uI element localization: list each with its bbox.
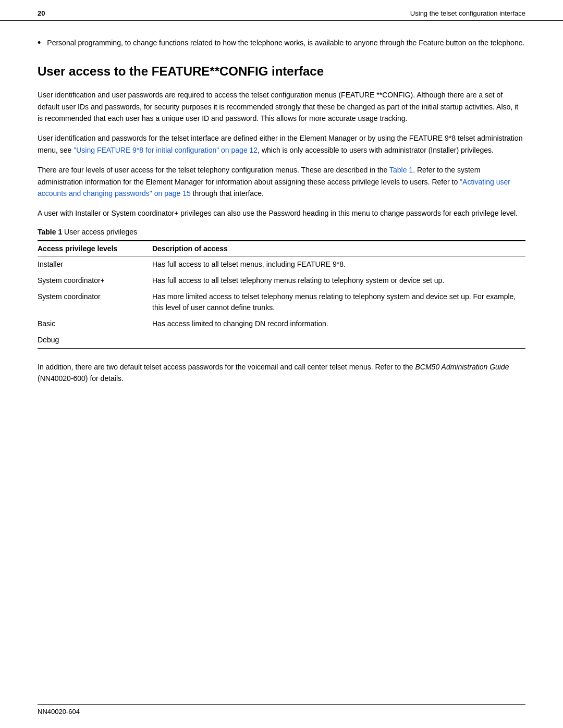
bullet-dot: • (38, 36, 41, 50)
level-syscoord: System coordinator (38, 289, 152, 316)
bullet-text: Personal programming, to change function… (47, 38, 524, 49)
desc-basic: Has access limited to changing DN record… (152, 316, 525, 332)
page-header: 20 Using the telset configuration interf… (0, 0, 563, 21)
table-row: Installer Has full access to all telset … (38, 256, 525, 273)
table-label-text: User access privileges (62, 228, 137, 236)
page-footer: NN40020-604 (38, 704, 525, 715)
paragraph-1: User identification and user passwords a… (38, 89, 525, 124)
paragraph-3: There are four levels of user access for… (38, 164, 525, 199)
level-basic: Basic (38, 316, 152, 332)
level-syscoord-plus: System coordinator+ (38, 273, 152, 289)
list-item: • Personal programming, to change functi… (38, 38, 525, 50)
desc-debug (152, 332, 525, 349)
col-header-access: Access privilege levels (38, 241, 152, 256)
access-table: Access privilege levels Description of a… (38, 240, 525, 349)
link-activating-user[interactable]: "Activating user accounts and changing p… (38, 178, 510, 198)
content-area: • Personal programming, to change functi… (0, 21, 563, 424)
table-label-bold: Table 1 (38, 228, 62, 236)
table-row: Debug (38, 332, 525, 349)
col-header-description: Description of access (152, 241, 525, 256)
link-feature-9x8[interactable]: "Using FEATURE 9*8 for initial configura… (74, 146, 258, 154)
bullet-section: • Personal programming, to change functi… (38, 38, 525, 50)
footer-doc-number: NN40020-604 (38, 708, 80, 715)
desc-installer: Has full access to all telset menus, inc… (152, 256, 525, 273)
section-heading: User access to the FEATURE**CONFIG inter… (38, 64, 525, 79)
level-installer: Installer (38, 256, 152, 273)
closing-paragraph: In addition, there are two default telse… (38, 361, 525, 385)
link-table1[interactable]: Table 1 (389, 166, 413, 174)
table-row: System coordinator Has more limited acce… (38, 289, 525, 316)
paragraph-2: User identification and passwords for th… (38, 132, 525, 156)
table-row: System coordinator+ Has full access to a… (38, 273, 525, 289)
desc-syscoord-plus: Has full access to all telset telephony … (152, 273, 525, 289)
table-row: Basic Has access limited to changing DN … (38, 316, 525, 332)
paragraph-4: A user with Installer or System coordina… (38, 207, 525, 219)
italic-guide-title: BCM50 Administration Guide (415, 363, 509, 371)
page-container: 20 Using the telset configuration interf… (0, 0, 563, 728)
table-header-row: Access privilege levels Description of a… (38, 241, 525, 256)
page-number: 20 (38, 9, 45, 17)
header-title: Using the telset configuration interface (410, 9, 525, 17)
level-debug: Debug (38, 332, 152, 349)
table-label: Table 1 User access privileges (38, 228, 525, 236)
desc-syscoord: Has more limited access to telset teleph… (152, 289, 525, 316)
